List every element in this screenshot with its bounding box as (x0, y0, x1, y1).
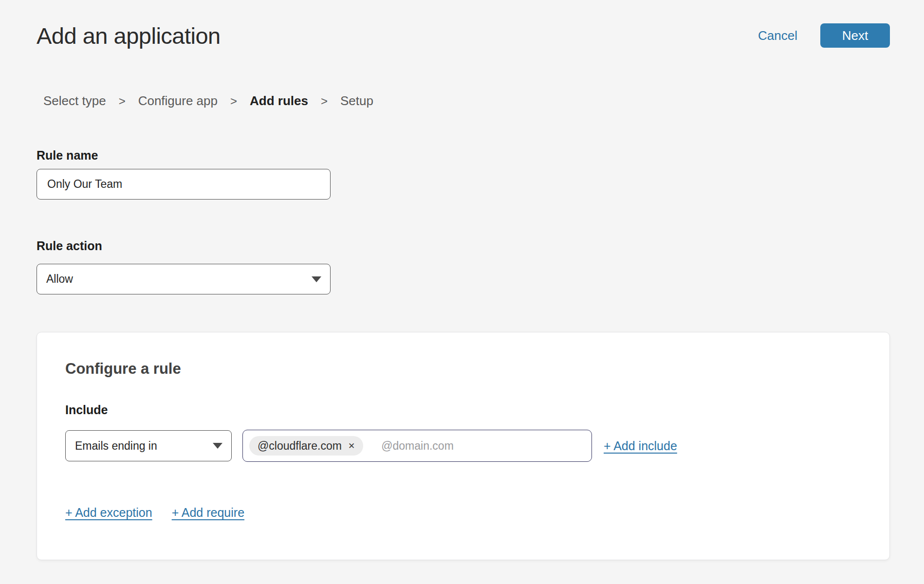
header-actions: Cancel Next (758, 23, 890, 48)
email-domain-tag-input[interactable]: @cloudflare.com ✕ @domain.com (242, 430, 592, 462)
breadcrumb-step-add-rules[interactable]: Add rules (250, 93, 308, 108)
add-application-page: Add an application Cancel Next Select ty… (0, 0, 924, 584)
rule-action-select[interactable]: Allow (37, 264, 331, 294)
remove-chip-icon[interactable]: ✕ (348, 441, 355, 451)
rule-action-label: Rule action (37, 238, 331, 253)
breadcrumb: Select type > Configure app > Add rules … (43, 93, 373, 109)
include-selector-select[interactable]: Emails ending in (65, 430, 232, 461)
card-title: Configure a rule (65, 360, 889, 378)
rule-extra-links: + Add exception + Add require (65, 506, 889, 520)
include-rule-row: Emails ending in @cloudflare.com ✕ @doma… (65, 430, 889, 462)
cancel-button[interactable]: Cancel (758, 28, 797, 43)
breadcrumb-step-setup[interactable]: Setup (340, 93, 373, 108)
add-include-link[interactable]: + Add include (604, 439, 677, 453)
configure-rule-card: Configure a rule Include Emails ending i… (37, 332, 890, 560)
rule-name-input[interactable] (37, 169, 331, 200)
breadcrumb-separator: > (230, 94, 237, 109)
add-require-link[interactable]: + Add require (172, 506, 244, 520)
breadcrumb-step-configure-app[interactable]: Configure app (138, 93, 218, 108)
rule-name-label: Rule name (37, 148, 331, 163)
include-label: Include (65, 402, 889, 417)
rule-action-field: Rule action Allow (37, 238, 331, 294)
include-selector-value: Emails ending in (75, 439, 157, 453)
domain-input-placeholder: @domain.com (381, 439, 454, 453)
chevron-down-icon (312, 276, 321, 282)
rule-name-field: Rule name (37, 148, 331, 200)
add-exception-link[interactable]: + Add exception (65, 506, 152, 520)
page-header: Add an application Cancel Next (37, 21, 890, 50)
breadcrumb-step-select-type[interactable]: Select type (43, 93, 106, 108)
rule-action-value: Allow (46, 273, 73, 286)
chevron-down-icon (213, 443, 222, 449)
email-domain-chip: @cloudflare.com ✕ (249, 436, 363, 456)
next-button[interactable]: Next (820, 23, 890, 48)
chip-label: @cloudflare.com (258, 439, 342, 453)
page-title: Add an application (37, 22, 221, 49)
breadcrumb-separator: > (119, 94, 126, 109)
breadcrumb-separator: > (321, 94, 328, 109)
